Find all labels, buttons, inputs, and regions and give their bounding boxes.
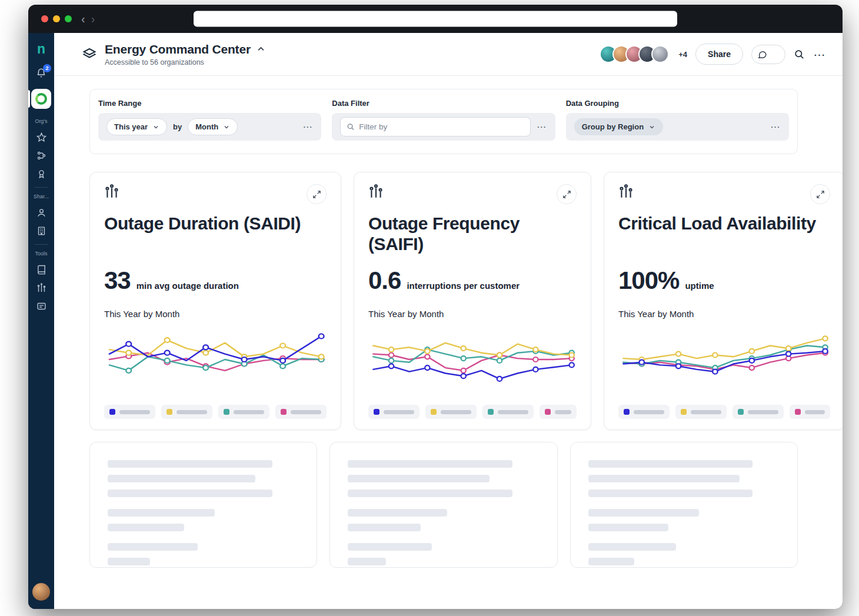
time-range-secondary-value: Month <box>195 122 218 131</box>
sidebar-section-shared: Shar... <box>34 194 49 199</box>
notifications-button[interactable]: 2 <box>36 68 46 78</box>
milestone-chart-icon <box>368 184 384 199</box>
data-filter-search[interactable] <box>340 117 530 136</box>
expand-icon <box>312 190 321 199</box>
sidebar-item-people[interactable] <box>36 208 46 218</box>
overflow-avatar-count[interactable]: +4 <box>678 50 687 59</box>
legend-swatch <box>167 409 172 415</box>
back-button[interactable]: ‹ <box>81 13 85 25</box>
comments-button[interactable] <box>751 45 785 64</box>
metric-value: 100% <box>618 267 679 295</box>
time-range-more-button[interactable]: … <box>302 123 313 131</box>
line-chart[interactable] <box>618 324 830 395</box>
metric-suffix: interruptions per customer <box>407 281 520 291</box>
filter-bar: Time Range This year by Month <box>89 89 798 154</box>
sidebar-section-tools: Tools <box>35 251 47 257</box>
legend-swatch <box>681 409 687 415</box>
workflow-icon <box>36 151 46 161</box>
legend-item[interactable] <box>275 405 327 419</box>
legend-label-placeholder <box>498 410 528 414</box>
loading-card <box>570 442 798 568</box>
legend-item[interactable] <box>733 405 784 419</box>
skeleton-bar <box>348 509 447 517</box>
minimize-window-button[interactable] <box>53 15 60 22</box>
legend-swatch <box>281 409 287 415</box>
skeleton-bar <box>588 490 753 497</box>
avatar[interactable] <box>651 45 669 63</box>
card-critical-load: Critical Load Availability 100% uptime T… <box>604 172 843 430</box>
person-icon <box>36 208 46 218</box>
time-range-secondary-dropdown[interactable]: Month <box>188 118 238 135</box>
metric-value: 0.6 <box>368 267 401 295</box>
data-grouping-label: Data Grouping <box>566 99 789 108</box>
address-bar[interactable] <box>194 11 677 27</box>
legend-item[interactable] <box>482 405 534 419</box>
expand-card-button[interactable] <box>557 184 577 204</box>
legend-label-placeholder <box>441 410 471 414</box>
expand-card-button[interactable] <box>307 184 327 204</box>
legend-label-placeholder <box>555 410 571 414</box>
legend-swatch <box>624 409 630 415</box>
sidebar-item-workflows[interactable] <box>36 151 46 161</box>
sidebar-divider <box>34 244 48 245</box>
collaborator-avatars[interactable] <box>600 45 669 63</box>
sidebar-item-boards[interactable] <box>36 301 46 311</box>
legend-item[interactable] <box>368 405 419 419</box>
data-grouping-more-button[interactable]: … <box>770 123 781 131</box>
more-options-button[interactable]: … <box>813 49 826 59</box>
legend-item[interactable] <box>161 405 212 419</box>
close-window-button[interactable] <box>41 15 48 22</box>
time-range-primary-value: This year <box>114 122 148 131</box>
chevron-down-icon <box>648 124 655 131</box>
sidebar-item-organizations[interactable] <box>36 226 46 236</box>
legend-item[interactable] <box>425 405 477 419</box>
card-title: Outage Frequency (SAIFI) <box>368 214 577 265</box>
book-icon <box>36 265 46 275</box>
legend-item[interactable] <box>675 405 727 419</box>
legend-item[interactable] <box>218 405 269 419</box>
data-filter-more-button[interactable]: … <box>537 123 547 131</box>
legend-label-placeholder <box>177 410 207 414</box>
skeleton-bar <box>108 543 198 551</box>
time-range-primary-dropdown[interactable]: This year <box>106 118 167 135</box>
legend-label-placeholder <box>291 410 321 414</box>
chart-legend <box>104 405 327 419</box>
line-chart[interactable] <box>104 324 327 395</box>
search-button[interactable] <box>794 49 805 60</box>
sidebar-item-docs[interactable] <box>36 265 46 275</box>
share-button[interactable]: Share <box>695 44 743 65</box>
sidebar-item-active-app[interactable] <box>31 89 51 109</box>
forward-button[interactable]: › <box>91 13 95 25</box>
user-avatar[interactable] <box>32 583 50 601</box>
milestone-chart-icon <box>104 184 119 199</box>
sidebar-item-achievements[interactable] <box>36 169 46 179</box>
legend-label-placeholder <box>805 410 825 414</box>
zoom-window-button[interactable] <box>65 15 72 22</box>
card-title: Outage Duration (SAIDI) <box>104 214 327 265</box>
legend-swatch <box>109 409 115 415</box>
chevron-up-icon[interactable] <box>257 45 265 54</box>
legend-item[interactable] <box>618 405 670 419</box>
time-range-label: Time Range <box>98 99 321 108</box>
filter-input[interactable] <box>359 122 524 131</box>
app-logo-icon[interactable]: n <box>37 42 45 56</box>
legend-item[interactable] <box>104 405 155 419</box>
app-window: ‹ › n 2 Org's <box>28 5 843 609</box>
skeleton-bar <box>108 460 272 468</box>
page-title: Energy Command Center <box>105 42 251 56</box>
search-icon <box>347 122 355 131</box>
metric-value: 33 <box>104 267 131 295</box>
group-by-dropdown[interactable]: Group by Region <box>574 118 663 135</box>
legend-item[interactable] <box>790 405 830 419</box>
badge-icon <box>36 169 46 179</box>
layers-icon <box>82 47 96 61</box>
sidebar-item-charts[interactable] <box>36 283 46 293</box>
legend-item[interactable] <box>540 405 577 419</box>
time-range-controls: This year by Month <box>98 113 321 141</box>
metric-suffix: min avg outage duration <box>136 281 239 291</box>
line-chart[interactable] <box>368 324 577 395</box>
skeleton-bar <box>108 475 255 482</box>
expand-icon <box>562 190 571 199</box>
sidebar-item-favorites[interactable] <box>36 132 46 142</box>
expand-card-button[interactable] <box>810 184 830 204</box>
